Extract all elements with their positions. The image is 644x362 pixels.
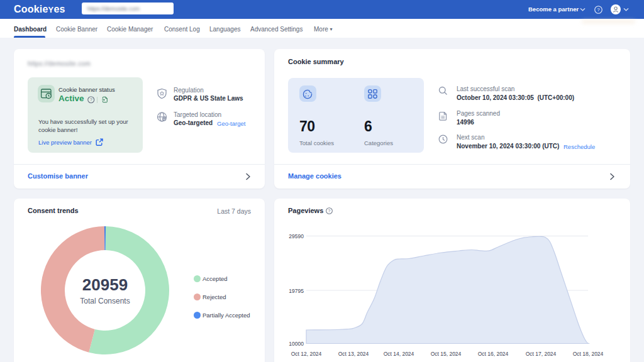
svg-text:Oct 18, 2024: Oct 18, 2024 <box>573 351 604 357</box>
svg-text:10000: 10000 <box>289 341 304 347</box>
svg-text:29590: 29590 <box>289 233 304 239</box>
svg-text:?: ? <box>597 7 600 13</box>
svg-text:Oct 16, 2024: Oct 16, 2024 <box>478 351 509 357</box>
svg-text:Oct 15, 2024: Oct 15, 2024 <box>431 351 462 357</box>
svg-text:?: ? <box>328 209 331 213</box>
svg-text:19795: 19795 <box>289 288 304 294</box>
svg-text:?: ? <box>90 97 92 102</box>
svg-text:Oct 17, 2024: Oct 17, 2024 <box>526 351 557 357</box>
svg-text:Oct 14, 2024: Oct 14, 2024 <box>384 351 414 357</box>
svg-text:Oct 12, 2024: Oct 12, 2024 <box>291 351 322 357</box>
svg-text:Oct 13, 2024: Oct 13, 2024 <box>338 351 369 357</box>
